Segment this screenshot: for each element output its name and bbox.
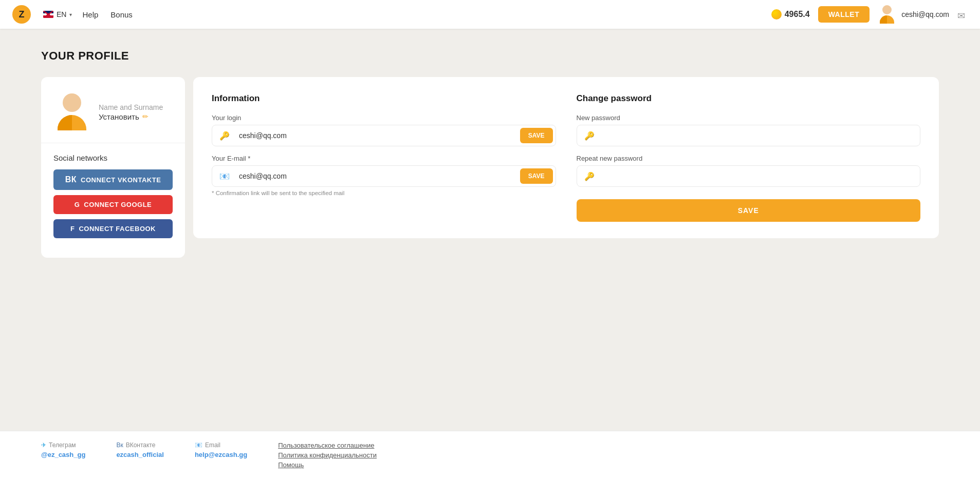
- header: Z EN ▾ Help Bonus 4965.4 WALLET ceshi@qq…: [0, 0, 980, 29]
- coins-display: 4965.4: [771, 9, 810, 20]
- name-area: Name and Surname Установить ✏: [99, 103, 163, 121]
- connect-google-button[interactable]: G CONNECT GOOGLE: [53, 195, 173, 214]
- footer-vk-value[interactable]: ezcash_official: [116, 451, 164, 458]
- edit-pencil-icon[interactable]: ✏: [142, 112, 149, 121]
- coin-icon: [771, 9, 782, 20]
- connect-google-label: CONNECT GOOGLE: [84, 201, 152, 208]
- app-logo[interactable]: Z: [12, 5, 31, 24]
- profile-layout: Name and Surname Установить ✏ Social net…: [41, 77, 939, 258]
- name-label: Name and Surname: [99, 103, 163, 111]
- set-name-row: Установить ✏: [99, 112, 163, 121]
- user-email: ceshi@qq.com: [901, 10, 949, 18]
- avatar-torso: [880, 15, 894, 24]
- new-password-wrapper: 🔑: [577, 125, 921, 146]
- password-column: Change password New password 🔑 Repeat ne…: [577, 93, 921, 222]
- coins-value: 4965.4: [785, 10, 810, 19]
- save-password-button[interactable]: SAVE: [577, 199, 921, 222]
- new-password-input[interactable]: [599, 125, 913, 146]
- footer: ✈ Телеграм @ez_cash_gg Вк ВКонтакте ezca…: [0, 431, 980, 479]
- connect-facebook-label: CONNECT FACEBOOK: [79, 225, 156, 233]
- avatar-head: [882, 5, 892, 14]
- footer-vk: Вк ВКонтакте ezcash_official: [116, 442, 164, 458]
- connect-vk-button[interactable]: ВК CONNECT VKONTAKTE: [53, 169, 173, 190]
- footer-telegram: ✈ Телеграм @ez_cash_gg: [41, 442, 85, 458]
- footer-telegram-value[interactable]: @ez_cash_gg: [41, 451, 85, 458]
- login-field-wrapper: 🔑 SAVE: [212, 125, 556, 146]
- wallet-button[interactable]: WALLET: [818, 6, 870, 23]
- lang-code: EN: [57, 10, 66, 18]
- repeat-password-label: Repeat new password: [577, 155, 921, 162]
- google-icon: G: [75, 201, 80, 208]
- telegram-icon: ✈: [41, 442, 46, 449]
- language-selector[interactable]: EN ▾: [43, 10, 72, 18]
- left-panel: Name and Surname Установить ✏ Social net…: [41, 77, 185, 258]
- footer-links: Пользовательское соглашение Политика кон…: [278, 442, 377, 469]
- info-columns: Information Your login 🔑 SAVE Your E-mai…: [212, 93, 920, 222]
- email-hint: * Confirmation link will be sent to the …: [212, 190, 556, 196]
- information-column: Information Your login 🔑 SAVE Your E-mai…: [212, 93, 556, 222]
- page-title: YOUR PROFILE: [41, 49, 939, 63]
- big-avatar-torso: [58, 115, 86, 130]
- vk-icon: ВК: [65, 175, 77, 184]
- connect-vk-label: CONNECT VKONTAKTE: [81, 176, 161, 184]
- set-name-text: Установить: [99, 112, 139, 121]
- nav-links: Help Bonus: [82, 10, 132, 19]
- email-field-wrapper: 📧 SAVE: [212, 165, 556, 187]
- repeat-password-input[interactable]: [599, 166, 913, 186]
- footer-link-help[interactable]: Помощь: [278, 461, 377, 469]
- email-label: Your E-mail *: [212, 155, 556, 162]
- login-label: Your login: [212, 114, 556, 122]
- footer-telegram-title: ✈ Телеграм: [41, 442, 85, 449]
- flag-icon: [43, 11, 53, 18]
- footer-email-title: 📧 Email: [195, 442, 247, 449]
- login-key-icon: 🔑: [212, 131, 235, 141]
- avatar-section: Name and Surname Установить ✏: [41, 77, 185, 143]
- information-title: Information: [212, 93, 556, 104]
- repeat-password-key-icon: 🔑: [584, 171, 595, 181]
- avatar: [878, 5, 896, 24]
- footer-link-terms[interactable]: Пользовательское соглашение: [278, 442, 377, 449]
- footer-email: 📧 Email help@ezcash.gg: [195, 442, 247, 458]
- main-content: YOUR PROFILE Name and Surname Установить…: [0, 29, 980, 431]
- facebook-icon: f: [70, 225, 75, 233]
- save-email-button[interactable]: SAVE: [520, 168, 553, 184]
- nav-bonus[interactable]: Bonus: [110, 10, 133, 19]
- connect-facebook-button[interactable]: f CONNECT FACEBOOK: [53, 219, 173, 238]
- big-avatar-head: [63, 93, 81, 112]
- footer-link-privacy[interactable]: Политика конфиденциальности: [278, 451, 377, 459]
- message-icon[interactable]: ✉: [957, 10, 968, 18]
- password-title: Change password: [577, 93, 921, 104]
- login-input[interactable]: [235, 125, 517, 146]
- big-avatar: [53, 93, 90, 130]
- header-right: 4965.4 WALLET ceshi@qq.com ✉: [771, 5, 968, 24]
- social-section: Social networks ВК CONNECT VKONTAKTE G C…: [41, 143, 185, 258]
- save-login-button[interactable]: SAVE: [520, 128, 553, 143]
- email-footer-icon: 📧: [195, 442, 202, 449]
- footer-email-value[interactable]: help@ezcash.gg: [195, 451, 247, 458]
- social-title: Social networks: [53, 154, 173, 162]
- email-icon: 📧: [212, 171, 235, 181]
- right-panel: Information Your login 🔑 SAVE Your E-mai…: [193, 77, 939, 238]
- email-input[interactable]: [235, 166, 517, 186]
- nav-help[interactable]: Help: [82, 10, 98, 19]
- footer-vk-title: Вк ВКонтакте: [116, 442, 164, 449]
- new-password-key-icon: 🔑: [584, 131, 595, 141]
- vk-footer-icon: Вк: [116, 442, 123, 449]
- repeat-password-wrapper: 🔑: [577, 165, 921, 187]
- user-avatar-area[interactable]: ceshi@qq.com: [878, 5, 949, 24]
- chevron-down-icon: ▾: [69, 12, 72, 17]
- new-password-label: New password: [577, 114, 921, 122]
